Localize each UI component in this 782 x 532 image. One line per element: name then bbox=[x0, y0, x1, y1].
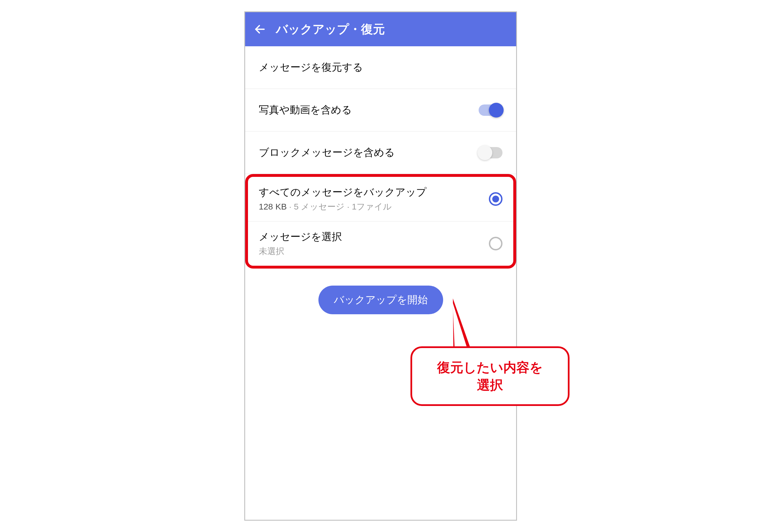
row-restore-messages[interactable]: メッセージを復元する bbox=[245, 46, 516, 89]
row-label: ブロックメッセージを含める bbox=[259, 146, 395, 159]
toggle-include-media[interactable] bbox=[478, 105, 502, 116]
toggle-knob bbox=[477, 145, 492, 160]
callout-text: 復元したい内容を 選択 bbox=[437, 358, 543, 394]
cta-row: バックアップを開始 bbox=[245, 269, 516, 314]
toggle-knob bbox=[489, 103, 504, 117]
row-include-blocked[interactable]: ブロックメッセージを含める bbox=[245, 131, 516, 174]
topbar: バックアップ・復元 bbox=[245, 12, 516, 46]
radio-select-messages[interactable]: メッセージを選択 未選択 bbox=[248, 221, 513, 266]
page-title: バックアップ・復元 bbox=[276, 21, 385, 37]
row-label: メッセージを復元する bbox=[259, 61, 363, 74]
annotation-callout: 復元したい内容を 選択 bbox=[411, 346, 570, 406]
radio-backup-all[interactable]: すべてのメッセージをバックアップ 128 KB · 5 メッセージ · 1ファイ… bbox=[248, 177, 513, 221]
start-backup-button[interactable]: バックアップを開始 bbox=[318, 286, 443, 314]
radio-dot-icon bbox=[492, 196, 499, 202]
toggle-include-blocked[interactable] bbox=[478, 147, 502, 158]
radio-sub: 128 KB · 5 メッセージ · 1ファイル bbox=[259, 201, 427, 213]
radio-label: すべてのメッセージをバックアップ bbox=[259, 185, 427, 199]
row-include-media[interactable]: 写真や動画を含める bbox=[245, 89, 516, 131]
radio-indicator-selected[interactable] bbox=[489, 192, 502, 206]
radio-indicator-unselected[interactable] bbox=[489, 237, 502, 251]
highlight-radio-section: すべてのメッセージをバックアップ 128 KB · 5 メッセージ · 1ファイ… bbox=[245, 174, 516, 269]
radio-sub: 未選択 bbox=[259, 245, 342, 257]
phone-frame: バックアップ・復元 メッセージを復元する 写真や動画を含める ブロックメッセージ… bbox=[244, 11, 517, 521]
row-label: 写真や動画を含める bbox=[259, 103, 352, 117]
back-arrow-icon[interactable] bbox=[254, 23, 266, 36]
radio-label: メッセージを選択 bbox=[259, 230, 342, 244]
